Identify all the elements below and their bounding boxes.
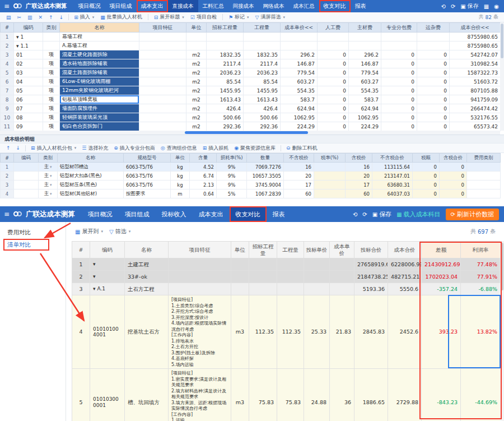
cell[interactable]: 2452.6	[388, 295, 422, 369]
scrollbar-thumb[interactable]	[501, 243, 503, 290]
apps-button[interactable]: ▦	[484, 3, 489, 10]
table-row[interactable]: 1▾ 1幕墙工程8755980.65	[1, 33, 501, 41]
cell[interactable]: 7	[1, 86, 14, 95]
column-header[interactable]: 不含税合价	[372, 154, 413, 163]
cell[interactable]	[139, 33, 186, 41]
cell[interactable]: -44.69%	[461, 369, 501, 421]
vertical-scrollbar[interactable]	[500, 241, 504, 421]
paste-button[interactable]: ▥	[25, 15, 35, 20]
table-row[interactable]: 2主 ▾铝型材大扣条(黑色)6063-T5/T6kg6.749%10657.35…	[1, 172, 501, 181]
column-header[interactable]: 单位	[171, 154, 190, 163]
cell[interactable]: -357.24	[422, 283, 461, 295]
cell[interactable]	[381, 41, 417, 50]
scrollbar-thumb[interactable]	[501, 24, 503, 58]
table-row[interactable]: 1▾土建工程27658919.686228006.9921430912.6977…	[72, 258, 501, 271]
cell[interactable]: 3	[72, 283, 90, 295]
cell[interactable]: m3	[231, 369, 249, 421]
move-down-button[interactable]: ↓	[57, 15, 67, 20]
cell[interactable]: 8755980.65	[450, 33, 501, 41]
cell[interactable]: 85.54	[244, 77, 281, 86]
cell[interactable]: 项	[43, 68, 60, 77]
cell[interactable]: 1455.95	[207, 86, 244, 95]
cell[interactable]: 项	[43, 104, 60, 113]
cell[interactable]: 1613.43	[207, 95, 244, 104]
cell[interactable]: 2184738.25	[354, 271, 388, 283]
expand-title-button[interactable]: ⊟展开标题▾	[151, 13, 187, 21]
cell[interactable]	[43, 33, 60, 41]
cell[interactable]: 0	[318, 122, 349, 131]
cell[interactable]: 5%	[217, 189, 247, 198]
tab-direct-cost[interactable]: 直接成本	[168, 0, 198, 12]
cell[interactable]: 0	[417, 104, 450, 113]
cell[interactable]	[139, 113, 186, 122]
delete-button[interactable]: ✕	[36, 15, 46, 20]
cell[interactable]: 0	[381, 122, 417, 131]
cell[interactable]: 0.64	[190, 189, 217, 198]
cell[interactable]: 85.54	[207, 77, 244, 86]
cell[interactable]: 5193.36	[354, 283, 388, 295]
column-header[interactable]: 名称	[60, 23, 139, 33]
table-row[interactable]: 1109项铝白色合页拆卸门m2292.36292.36224.290224.29…	[1, 122, 501, 131]
cell[interactable]: 0	[318, 95, 349, 104]
cell[interactable]: 0	[318, 113, 349, 122]
cell[interactable]: 06	[14, 95, 43, 104]
cell[interactable]	[467, 172, 501, 181]
cell[interactable]: 500.66	[207, 113, 244, 122]
cell[interactable]	[231, 271, 249, 283]
cell[interactable]: 2036.23	[207, 68, 244, 77]
cell[interactable]: 项	[43, 86, 60, 95]
tab-indirect-cost[interactable]: 间接成本	[228, 0, 259, 12]
cell[interactable]	[281, 41, 318, 50]
cell[interactable]: 941759.09	[450, 95, 501, 104]
cell[interactable]: 土石方工程	[125, 283, 169, 295]
cell[interactable]: 挖基坑土石方	[125, 295, 169, 369]
cell[interactable]: 2036.23	[244, 68, 281, 77]
cell[interactable]: 213147.01	[372, 172, 413, 181]
cell[interactable]: 6063-T5/T6	[124, 181, 171, 189]
cell[interactable]	[314, 163, 346, 172]
cell[interactable]: 0	[417, 59, 450, 68]
cell[interactable]: 0	[417, 68, 450, 77]
insert-loss-button[interactable]: ⊞插入损耗	[200, 145, 232, 152]
cell[interactable]: m2	[186, 104, 207, 113]
nav-income-expense-compare[interactable]: 收支对比	[230, 206, 267, 222]
table-row[interactable]: 907项墙面防腐预埋件m2426.4426.4624.940624.940026…	[1, 104, 501, 113]
cell[interactable]: 1062.95	[349, 113, 381, 122]
hamburger-icon[interactable]: ≡	[0, 2, 12, 10]
cell[interactable]: 112.35	[277, 295, 304, 369]
cell[interactable]: 01	[14, 50, 43, 59]
insert-subcontractor-button[interactable]: ⊕插入专业分包商	[111, 145, 158, 152]
column-header[interactable]: 主材费	[349, 23, 381, 33]
column-header[interactable]: 工程量	[244, 23, 281, 33]
cell[interactable]	[349, 33, 381, 41]
load-cost-subjects-button[interactable]: ▦载入成本科目	[396, 210, 440, 219]
cell[interactable]: -6.88%	[461, 283, 501, 295]
cell[interactable]	[314, 189, 346, 198]
cell[interactable]: 6	[1, 77, 14, 86]
table-row[interactable]: 402项透水砖地面拆除铺装m22117.42117.4146.870146.87…	[1, 59, 501, 68]
cell[interactable]: 554.35	[349, 86, 381, 95]
cell[interactable]: 146.87	[281, 59, 318, 68]
cell[interactable]	[244, 41, 281, 50]
cell[interactable]: 项	[43, 50, 60, 59]
cell[interactable]: 1062.95	[281, 113, 318, 122]
redo-button[interactable]: ⟳	[451, 3, 455, 10]
cell[interactable]	[14, 189, 39, 198]
save-button[interactable]: ▣保存	[372, 210, 391, 219]
cell[interactable]	[169, 271, 231, 283]
cell[interactable]: 3	[1, 181, 14, 189]
cell[interactable]: 槽、坑回填方	[125, 369, 169, 421]
table-row[interactable]: 705项12mm夹胶钢化玻璃栏河m21455.951455.95554.3505…	[1, 86, 501, 95]
cell[interactable]: 2	[1, 41, 14, 50]
cell[interactable]	[330, 258, 354, 271]
cell[interactable]: 11	[1, 122, 14, 131]
column-header[interactable]: 费用类别	[467, 154, 501, 163]
cell[interactable]: 4	[1, 189, 14, 198]
tab-cost-summary[interactable]: 成本汇总	[289, 0, 319, 12]
cell[interactable]: 6063-T5/T6	[124, 172, 171, 181]
nav-income-expense-compare[interactable]: 收支对比	[319, 0, 351, 12]
cell[interactable]: 0	[381, 113, 417, 122]
column-header[interactable]: 项目特征	[139, 23, 186, 33]
tab-network-cost[interactable]: 网络成本	[259, 0, 289, 12]
cell[interactable]: 224.29	[281, 122, 318, 131]
